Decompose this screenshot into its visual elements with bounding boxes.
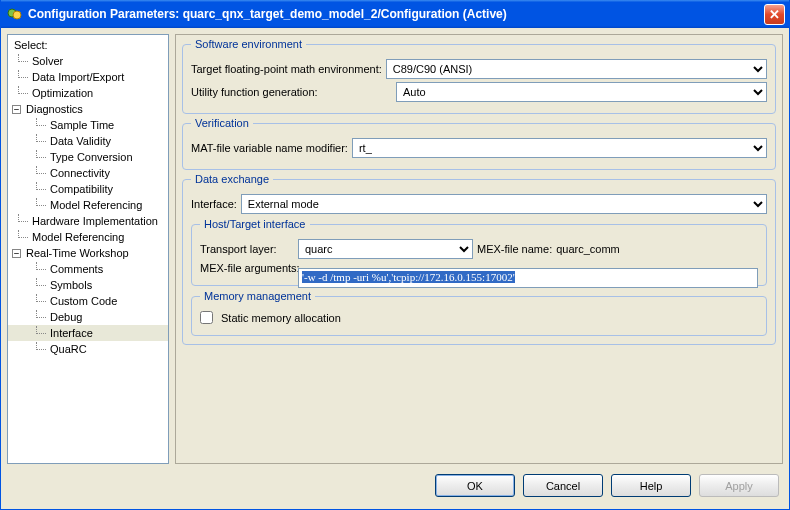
tree[interactable]: Solver Data Import/Export Optimization −…: [8, 53, 168, 357]
legend: Data exchange: [191, 173, 273, 185]
tree-item-sampletime[interactable]: Sample Time: [8, 117, 168, 133]
select-interface[interactable]: External mode: [241, 194, 767, 214]
group-host-target: Host/Target interface Transport layer: q…: [191, 218, 767, 286]
tree-heading: Select:: [8, 37, 168, 53]
select-transport[interactable]: quarc: [298, 239, 473, 259]
window-title: Configuration Parameters: quarc_qnx_targ…: [28, 7, 764, 21]
tree-item-quarc[interactable]: QuaRC: [8, 341, 168, 357]
cancel-button[interactable]: Cancel: [523, 474, 603, 497]
tree-item-symbols[interactable]: Symbols: [8, 277, 168, 293]
label-matmod: MAT-file variable name modifier:: [191, 142, 348, 154]
ok-button[interactable]: OK: [435, 474, 515, 497]
tree-item-customcode[interactable]: Custom Code: [8, 293, 168, 309]
collapse-icon[interactable]: −: [12, 249, 21, 258]
titlebar: Configuration Parameters: quarc_qnx_targ…: [1, 0, 789, 28]
settings-panel: Software environment Target floating-poi…: [175, 34, 783, 464]
legend: Memory management: [200, 290, 315, 302]
tree-item-typeconv[interactable]: Type Conversion: [8, 149, 168, 165]
group-memory-management: Memory management Static memory allocati…: [191, 290, 767, 336]
tree-item-optimization[interactable]: Optimization: [8, 85, 168, 101]
tree-item-debug[interactable]: Debug: [8, 309, 168, 325]
label-mexargs: MEX-file arguments:: [200, 262, 294, 274]
group-software-environment: Software environment Target floating-poi…: [182, 38, 776, 114]
checkbox-static-mem[interactable]: [200, 311, 213, 324]
tree-item-rtw[interactable]: −Real-Time Workshop: [8, 245, 168, 261]
select-matmod[interactable]: rt_: [352, 138, 767, 158]
label-static-mem: Static memory allocation: [221, 312, 341, 324]
tree-item-solver[interactable]: Solver: [8, 53, 168, 69]
tree-panel: Select: Solver Data Import/Export Optimi…: [7, 34, 169, 464]
group-data-exchange: Data exchange Interface: External mode H…: [182, 173, 776, 345]
label-interface: Interface:: [191, 198, 237, 210]
tree-item-interface[interactable]: Interface: [8, 325, 168, 341]
tree-item-datavalidity[interactable]: Data Validity: [8, 133, 168, 149]
tree-item-hwimpl[interactable]: Hardware Implementation: [8, 213, 168, 229]
tree-item-modelref2[interactable]: Model Referencing: [8, 229, 168, 245]
legend: Software environment: [191, 38, 306, 50]
select-target-fp[interactable]: C89/C90 (ANSI): [386, 59, 767, 79]
label-transport: Transport layer:: [200, 243, 294, 255]
collapse-icon[interactable]: −: [12, 105, 21, 114]
label-target-fp: Target floating-point math environment:: [191, 63, 382, 75]
label-mexname: MEX-file name:: [477, 243, 552, 255]
button-bar: OK Cancel Help Apply: [1, 470, 789, 497]
tree-item-dataio[interactable]: Data Import/Export: [8, 69, 168, 85]
help-button[interactable]: Help: [611, 474, 691, 497]
tree-item-connectivity[interactable]: Connectivity: [8, 165, 168, 181]
tree-item-modelref[interactable]: Model Referencing: [8, 197, 168, 213]
legend: Host/Target interface: [200, 218, 310, 230]
legend: Verification: [191, 117, 253, 129]
tree-item-diagnostics[interactable]: −Diagnostics: [8, 101, 168, 117]
label-utilgen: Utility function generation:: [191, 86, 392, 98]
app-icon: [7, 6, 23, 22]
group-verification: Verification MAT-file variable name modi…: [182, 117, 776, 170]
svg-point-1: [13, 11, 21, 19]
value-mexname: quarc_comm: [556, 243, 620, 255]
close-button[interactable]: ✕: [764, 4, 785, 25]
tree-item-compatibility[interactable]: Compatibility: [8, 181, 168, 197]
apply-button[interactable]: Apply: [699, 474, 779, 497]
select-utilgen[interactable]: Auto: [396, 82, 767, 102]
tree-item-comments[interactable]: Comments: [8, 261, 168, 277]
